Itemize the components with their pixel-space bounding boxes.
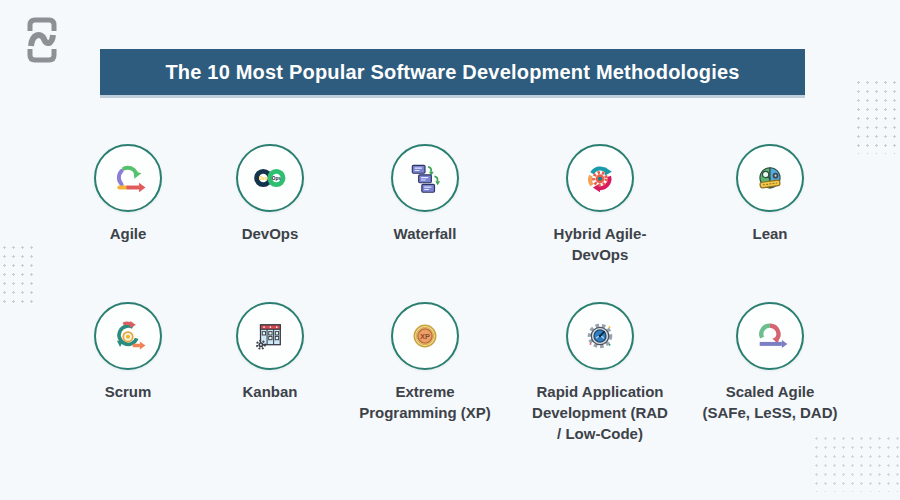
methodology-label: Hybrid Agile-DevOps — [544, 223, 656, 265]
dot-pattern-left — [0, 243, 38, 309]
methodology-label: Lean — [752, 223, 787, 244]
devops-ops-text: Ops — [272, 176, 282, 181]
agile-circle — [94, 144, 162, 212]
lean-cycle-magnifier-icon — [751, 159, 789, 197]
methodology-waterfall: Waterfall — [340, 144, 510, 244]
rad-circle — [566, 302, 634, 370]
waterfall-circle — [391, 144, 459, 212]
page-title: The 10 Most Popular Software Development… — [165, 61, 739, 84]
bracket-2-logo-icon — [22, 13, 62, 67]
methodology-hybrid-agile-devops: Hybrid Agile-DevOps — [515, 144, 685, 265]
waterfall-cascading-steps-icon — [406, 159, 444, 197]
methodology-label: Agile — [110, 223, 147, 244]
methodology-label: Waterfall — [394, 223, 457, 244]
agile-cycle-arrow-icon — [109, 159, 147, 197]
methodology-devops: Dev Ops DevOps — [185, 144, 355, 244]
xp-coin-text: XP — [420, 332, 430, 341]
devops-circle: Dev Ops — [236, 144, 304, 212]
dot-pattern-right — [854, 78, 898, 154]
scrum-circle — [94, 302, 162, 370]
dot-pattern-bottom-right — [812, 434, 900, 492]
methodology-label: Rapid Application Development (RAD / Low… — [529, 381, 671, 444]
devops-dev-text: Dev — [259, 176, 268, 181]
xp-circle: XP — [391, 302, 459, 370]
lean-circle — [736, 144, 804, 212]
methodology-label: Scaled Agile (SAFe, LeSS, DAD) — [703, 381, 838, 423]
kanban-board-gear-icon — [251, 317, 289, 355]
scrum-sprint-loop-icon — [109, 317, 147, 355]
rad-gear-gauge-icon — [581, 317, 619, 355]
methodology-label: DevOps — [242, 223, 299, 244]
devops-infinity-icon: Dev Ops — [251, 159, 289, 197]
hybrid-cycle-gear-icon — [581, 159, 619, 197]
scaled-agile-loop-arrow-icon — [751, 317, 789, 355]
infographic-canvas: The 10 Most Popular Software Development… — [0, 0, 900, 500]
methodology-scaled-agile: Scaled Agile (SAFe, LeSS, DAD) — [685, 302, 855, 423]
methodology-label: Kanban — [242, 381, 297, 402]
methodology-label: Scrum — [105, 381, 152, 402]
hybrid-circle — [566, 144, 634, 212]
methodology-lean: Lean — [685, 144, 855, 244]
kanban-circle — [236, 302, 304, 370]
methodology-extreme-programming: XP Extreme Programming (XP) — [340, 302, 510, 423]
methodology-label: Extreme Programming (XP) — [358, 381, 493, 423]
methodology-rapid-application-development: Rapid Application Development (RAD / Low… — [515, 302, 685, 444]
scaled-agile-circle — [736, 302, 804, 370]
methodology-kanban: Kanban — [185, 302, 355, 402]
title-banner: The 10 Most Popular Software Development… — [100, 49, 805, 95]
xp-coin-icon: XP — [406, 317, 444, 355]
